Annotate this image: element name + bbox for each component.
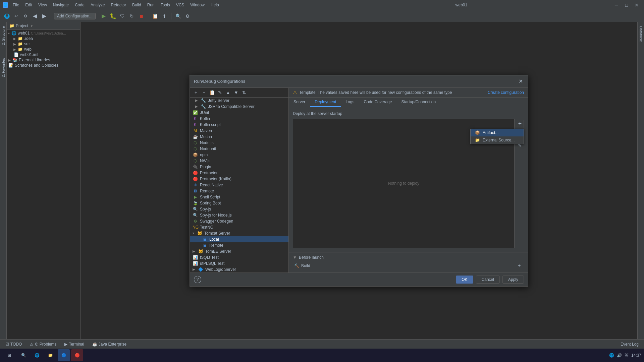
- taskbar-app2[interactable]: 🔴: [71, 349, 83, 361]
- tree-item-iml[interactable]: 📄 web01.iml: [7, 52, 80, 57]
- menu-build[interactable]: Build: [129, 2, 144, 8]
- taskbar-search[interactable]: 🔍: [17, 349, 30, 361]
- deploy-add-button[interactable]: +: [516, 120, 524, 128]
- add-configuration-button[interactable]: Add Configuration...: [54, 13, 96, 19]
- tab-server[interactable]: Server: [289, 98, 310, 107]
- help-button[interactable]: ?: [194, 276, 201, 283]
- menu-window[interactable]: Window: [187, 2, 207, 8]
- ime-indicator[interactable]: 英: [625, 353, 629, 358]
- close-button[interactable]: ✕: [632, 1, 641, 9]
- menu-view[interactable]: View: [36, 2, 50, 8]
- config-item-spyjs[interactable]: 🔍 Spy-js: [190, 206, 288, 212]
- config-item-spyjs-nodejs[interactable]: 🔍 Spy-js for Node.js: [190, 212, 288, 218]
- before-launch-add-button[interactable]: +: [516, 262, 523, 269]
- config-item-junit[interactable]: ✅ JUnit: [190, 110, 288, 116]
- menu-run[interactable]: Run: [145, 2, 157, 8]
- tree-item-web[interactable]: ▶ 📁 web: [7, 47, 80, 52]
- config-item-npm[interactable]: 📦 npm: [190, 152, 288, 158]
- config-item-jsr45[interactable]: ▶ 🔧 JSR45 Compatible Server: [190, 104, 288, 110]
- config-item-tomee[interactable]: ▶ 🐱 TomEE Server: [190, 248, 288, 254]
- menu-tools[interactable]: Tools: [158, 2, 173, 8]
- config-item-jetty[interactable]: ▶ 🔧 Jetty Server: [190, 98, 288, 104]
- toolbar-btn-4[interactable]: ▶: [40, 12, 48, 20]
- tab-logs[interactable]: Logs: [341, 98, 359, 107]
- config-sort-button[interactable]: ⇅: [241, 89, 248, 96]
- config-item-tsqlt[interactable]: 📊 tSQLt Test: [190, 254, 288, 260]
- config-item-remote[interactable]: 🖥 Remote: [190, 188, 288, 194]
- favorites-tab[interactable]: 2: Favorites: [1, 55, 6, 80]
- config-item-tomcat-remote[interactable]: 🖥 Remote: [190, 242, 288, 248]
- menu-edit[interactable]: Edit: [22, 2, 35, 8]
- structure-tab[interactable]: 2: Structure: [1, 23, 6, 48]
- config-item-nodejs[interactable]: ⬡ Node.js: [190, 140, 288, 146]
- tree-item-scratches[interactable]: 📝 Scratches and Consoles: [7, 63, 80, 68]
- debug-button[interactable]: 🐛: [109, 12, 117, 20]
- taskbar-explorer[interactable]: 📁: [44, 349, 56, 361]
- java-enterprise-tab[interactable]: ☕ Java Enterprise: [90, 341, 129, 347]
- config-item-shell[interactable]: ▶ Shell Script: [190, 194, 288, 200]
- start-button[interactable]: ⊞: [3, 349, 16, 362]
- config-edit-button[interactable]: ✎: [217, 89, 223, 96]
- maximize-button[interactable]: □: [622, 1, 631, 9]
- toolbar-btn-1[interactable]: ↩: [12, 12, 20, 20]
- minimize-button[interactable]: ─: [612, 1, 621, 9]
- tab-code-coverage[interactable]: Code Coverage: [359, 98, 396, 107]
- config-item-react-native[interactable]: ⚛ React Native: [190, 182, 288, 188]
- config-item-kotlin[interactable]: K Kotlin: [190, 116, 288, 122]
- config-item-plugin[interactable]: 🔌 Plugin: [190, 164, 288, 170]
- run-button[interactable]: ▶: [100, 12, 108, 20]
- tree-item-idea[interactable]: ▶ 📁 .idea: [7, 36, 80, 41]
- tree-item-ext-libs[interactable]: ▶ 📚 External Libraries: [7, 57, 80, 63]
- menu-refactor[interactable]: Refactor: [108, 2, 129, 8]
- cancel-button[interactable]: Cancel: [476, 276, 500, 284]
- menu-help[interactable]: Help: [208, 2, 222, 8]
- config-item-tomcat[interactable]: ▾ 🐱 Tomcat Server: [190, 230, 288, 236]
- toolbar-search[interactable]: 🔍: [174, 12, 182, 20]
- todo-tab[interactable]: ☑ TODO: [3, 341, 24, 347]
- config-item-maven[interactable]: M Maven: [190, 128, 288, 134]
- config-item-mocha[interactable]: ☕ Mocha: [190, 134, 288, 140]
- toolbar-commit[interactable]: 📋: [151, 12, 159, 20]
- before-launch-arrow[interactable]: ▼: [293, 255, 297, 260]
- problems-tab[interactable]: ⚠ 6: Problems: [27, 341, 59, 347]
- toolbar-reload[interactable]: ↻: [128, 12, 136, 20]
- dropdown-item-external-source[interactable]: 📁 External Source...: [471, 136, 524, 144]
- config-item-swagger[interactable]: ⚙ Swagger Codegen: [190, 218, 288, 224]
- config-remove-button[interactable]: −: [201, 89, 207, 96]
- config-move-up-button[interactable]: ▲: [225, 89, 231, 96]
- database-tab[interactable]: Database: [638, 23, 644, 45]
- terminal-tab[interactable]: ▶ Terminal: [62, 341, 87, 347]
- tree-item-web01[interactable]: ▾ 🌐 web01 C:\Users\ysy18\dea...: [7, 31, 80, 36]
- config-item-nwjs[interactable]: ⬡ NW.js: [190, 158, 288, 164]
- toolbar-settings[interactable]: ⚙: [183, 12, 192, 20]
- menu-analyze[interactable]: Analyze: [88, 2, 108, 8]
- menu-file[interactable]: File: [10, 2, 22, 8]
- config-item-protractor[interactable]: 🔴 Protractor: [190, 170, 288, 176]
- create-configuration-link[interactable]: Create configuration: [488, 90, 524, 95]
- dropdown-item-artifact[interactable]: 📦 Artifact...: [471, 129, 524, 136]
- coverage-button[interactable]: 🛡: [118, 12, 126, 20]
- tree-item-src[interactable]: ▶ 📁 src: [7, 41, 80, 47]
- toolbar-btn-2[interactable]: ⚙: [21, 12, 30, 20]
- config-add-button[interactable]: +: [193, 89, 199, 96]
- dialog-close-button[interactable]: ✕: [517, 78, 524, 85]
- toolbar-push[interactable]: ⬆: [160, 12, 168, 20]
- config-item-nodeunit[interactable]: ⬡ Nodeunit: [190, 146, 288, 152]
- config-item-testng[interactable]: NG TestNG: [190, 224, 288, 230]
- config-item-weblogic[interactable]: ▶ 🔷 WebLogic Server: [190, 266, 288, 273]
- config-item-protractor-kotlin[interactable]: 🔴 Protractor (Kotlin): [190, 176, 288, 182]
- project-dropdown-icon[interactable]: ▾: [31, 24, 33, 28]
- event-log-tab[interactable]: Event Log: [618, 341, 641, 347]
- menu-code[interactable]: Code: [72, 2, 87, 8]
- menu-vcs[interactable]: VCS: [173, 2, 187, 8]
- config-item-spring-boot[interactable]: 🍃 Spring Boot: [190, 200, 288, 206]
- taskbar-browser[interactable]: 🌐: [31, 349, 43, 361]
- tab-startup-connection[interactable]: Startup/Connection: [396, 98, 440, 107]
- config-move-down-button[interactable]: ▼: [233, 89, 239, 96]
- config-item-utplsql[interactable]: 📊 utPLSQL Test: [190, 260, 288, 266]
- toolbar-btn-3[interactable]: ◀: [31, 12, 39, 20]
- config-item-tomcat-local[interactable]: 🖥 Local: [190, 236, 288, 242]
- toolbar-stop[interactable]: ⏹: [137, 12, 145, 20]
- config-item-kotlin-script[interactable]: K Kotlin script: [190, 122, 288, 128]
- tab-deployment[interactable]: Deployment: [310, 98, 341, 107]
